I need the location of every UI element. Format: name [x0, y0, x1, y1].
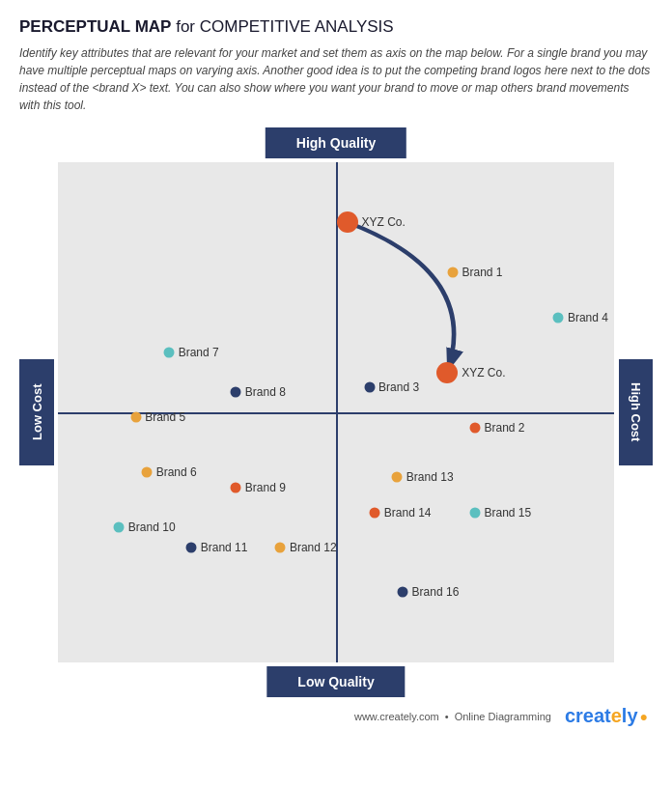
axis-label-bottom: Low Quality: [266, 666, 405, 697]
brand-label-brand2: Brand 2: [485, 421, 525, 435]
footer-tagline: Online Diagramming: [455, 711, 551, 722]
footer-logo-area: creately ●: [565, 705, 648, 727]
brand-dot-brand13: [392, 472, 403, 483]
brand-label-brand1: Brand 1: [462, 266, 502, 279]
brand-dot-brand14: [370, 507, 380, 518]
brand-dot-brand9: [231, 482, 241, 492]
brand-dot-brand8: [231, 387, 241, 398]
brand-label-brand7: Brand 7: [179, 346, 219, 359]
brand-dot-brand7: [164, 347, 175, 357]
brand-label-brand9: Brand 9: [245, 481, 286, 494]
description-text: Identify key attributes that are relevan…: [19, 44, 653, 114]
page-title: PERCEPTUAL MAP for COMPETITIVE ANALYSIS: [19, 17, 653, 37]
brand-label-brand16: Brand 16: [412, 585, 460, 599]
footer-logo-text: creately: [565, 705, 638, 727]
brand-label-brand3: Brand 3: [378, 380, 419, 394]
brand-label-brand8: Brand 8: [245, 385, 286, 399]
brand-dot-brand12: [275, 542, 286, 552]
vertical-axis-line: [336, 162, 338, 662]
brand-dot-brand6: [142, 467, 153, 478]
page-container: PERCEPTUAL MAP for COMPETITIVE ANALYSIS …: [0, 0, 672, 787]
axis-label-left: Low Cost: [19, 359, 54, 465]
footer-logo-icon: ●: [640, 709, 648, 724]
brand-label-brand12: Brand 12: [290, 541, 337, 554]
axis-label-top: High Quality: [266, 127, 406, 158]
brand-dot-brand3: [364, 382, 375, 393]
brand-label-brand5: Brand 5: [145, 410, 185, 424]
brand-label-brand11: Brand 11: [201, 541, 248, 554]
title-sub: for COMPETITIVE ANALYSIS: [171, 17, 393, 36]
brand-label-brand14: Brand 14: [384, 506, 432, 520]
brand-dot-brand15: [470, 507, 481, 518]
brand-dot-brand11: [186, 542, 197, 552]
brand-dot-brand2: [470, 422, 481, 433]
axis-label-right: High Cost: [619, 359, 653, 465]
perceptual-map: High Quality Low Quality Low Cost High C…: [19, 127, 653, 697]
brand-dot-brand5: [130, 412, 141, 423]
brand-label-brand4: Brand 4: [568, 311, 608, 324]
brand-label-brand6: Brand 6: [156, 465, 197, 479]
brand-dot-brand4: [553, 312, 564, 323]
brand-label-xyz1: XYZ Co.: [362, 215, 406, 229]
brand-label-brand13: Brand 13: [406, 470, 454, 484]
footer-separator: •: [445, 711, 449, 722]
brand-dot-brand16: [398, 587, 408, 598]
brand-dot-xyz2: [436, 362, 458, 383]
brand-label-xyz2: XYZ Co.: [462, 366, 505, 379]
footer: www.creately.com • Online Diagramming cr…: [19, 705, 653, 727]
footer-url: www.creately.com: [354, 711, 439, 722]
brand-dot-brand10: [114, 522, 125, 533]
brand-label-brand15: Brand 15: [485, 506, 532, 520]
brand-dot-brand1: [447, 267, 458, 277]
brand-dot-xyz1: [337, 211, 358, 233]
title-main: PERCEPTUAL MAP: [19, 17, 171, 36]
brand-label-brand10: Brand 10: [128, 520, 176, 534]
map-inner: XYZ Co.Brand 1Brand 4XYZ Co.Brand 3Brand…: [58, 162, 614, 662]
